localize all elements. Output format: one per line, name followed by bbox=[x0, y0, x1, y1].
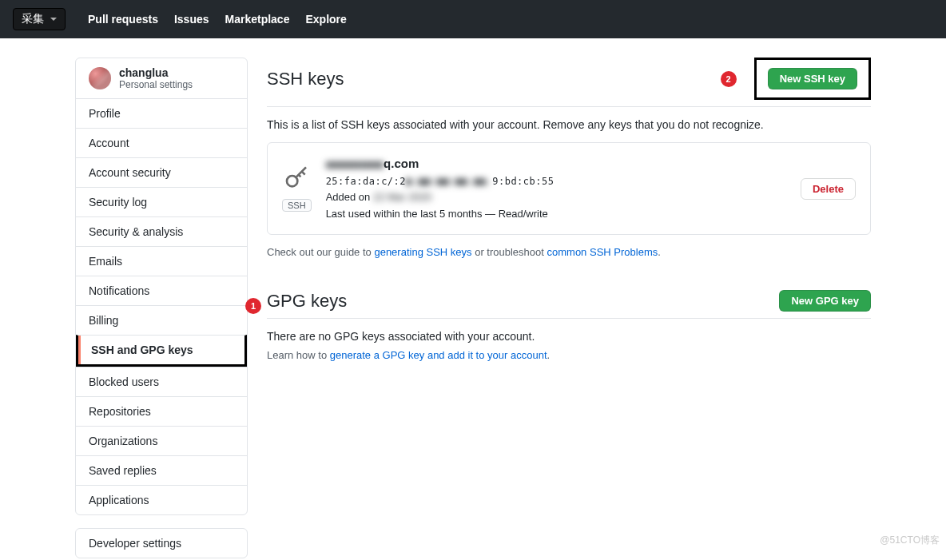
nav-marketplace[interactable]: Marketplace bbox=[225, 13, 290, 26]
sidebar-item-developer-settings[interactable]: Developer settings bbox=[76, 529, 247, 558]
gpg-keys-header: GPG keys New GPG key bbox=[267, 290, 871, 319]
ssh-guide-note: Check out our guide to generating SSH ke… bbox=[267, 246, 871, 258]
sidebar-item-profile[interactable]: Profile bbox=[76, 99, 247, 128]
settings-sidebar: changlua Personal settings Profile Accou… bbox=[75, 58, 248, 560]
watermark: @51CTO博客 bbox=[880, 534, 940, 547]
caret-down-icon bbox=[50, 18, 57, 21]
sidebar-item-ssh-gpg-keys[interactable]: SSH and GPG keys bbox=[78, 336, 244, 364]
link-generate-gpg-key[interactable]: generate a GPG key and add it to your ac… bbox=[330, 349, 547, 361]
collect-label: 采集 bbox=[22, 12, 44, 26]
key-icon bbox=[284, 166, 309, 194]
gpg-learn-note: Learn how to generate a GPG key and add … bbox=[267, 349, 871, 361]
sidebar-item-account-security[interactable]: Account security bbox=[76, 158, 247, 187]
new-gpg-key-button[interactable]: New GPG key bbox=[779, 290, 871, 312]
ssh-keys-heading: SSH keys bbox=[267, 69, 344, 89]
collect-button[interactable]: 采集 bbox=[13, 8, 66, 30]
ssh-key-lastused: Last used within the last 5 months — Rea… bbox=[326, 206, 786, 223]
sidebar-item-account[interactable]: Account bbox=[76, 129, 247, 157]
sidebar-item-security-log[interactable]: Security log bbox=[76, 188, 247, 216]
sidebar-username: changlua bbox=[119, 66, 193, 79]
gpg-keys-heading: GPG keys bbox=[267, 291, 347, 312]
primary-nav: Pull requests Issues Marketplace Explore bbox=[88, 13, 347, 26]
sidebar-item-applications[interactable]: Applications bbox=[76, 486, 247, 514]
settings-menu: changlua Personal settings Profile Accou… bbox=[75, 58, 248, 515]
nav-issues[interactable]: Issues bbox=[174, 13, 209, 26]
avatar[interactable] bbox=[89, 67, 111, 89]
sidebar-subtitle: Personal settings bbox=[119, 79, 193, 90]
svg-point-0 bbox=[287, 176, 297, 186]
new-ssh-key-highlight-box: New SSH key bbox=[754, 58, 871, 100]
ssh-key-row: SSH ■■■■■■■■q.com 25:fa:da:c/:2■.■■:■■:■… bbox=[267, 142, 871, 235]
sidebar-item-blocked-users[interactable]: Blocked users bbox=[76, 367, 247, 396]
sidebar-item-emails[interactable]: Emails bbox=[76, 247, 247, 276]
annotation-badge-1: 1 bbox=[245, 298, 261, 314]
link-common-ssh-problems[interactable]: common SSH Problems bbox=[547, 246, 658, 258]
ssh-key-details: ■■■■■■■■q.com 25:fa:da:c/:2■.■■:■■:■■.■■… bbox=[326, 154, 786, 223]
gpg-none-text: There are no GPG keys associated with yo… bbox=[267, 330, 871, 343]
developer-menu: Developer settings bbox=[75, 528, 248, 558]
sidebar-item-saved-replies[interactable]: Saved replies bbox=[76, 456, 247, 485]
ssh-type-pill: SSH bbox=[282, 199, 312, 212]
ssh-key-title: ■■■■■■■■q.com bbox=[326, 154, 786, 174]
ssh-key-icon-group: SSH bbox=[282, 166, 312, 212]
new-ssh-key-button[interactable]: New SSH key bbox=[768, 68, 857, 89]
sidebar-user-header: changlua Personal settings bbox=[76, 58, 247, 98]
sidebar-item-organizations[interactable]: Organizations bbox=[76, 427, 247, 455]
page-body: changlua Personal settings Profile Accou… bbox=[69, 58, 877, 560]
ssh-keys-description: This is a list of SSH keys associated wi… bbox=[267, 118, 871, 131]
annotation-badge-2: 2 bbox=[721, 71, 737, 87]
sidebar-item-notifications[interactable]: Notifications bbox=[76, 276, 247, 305]
ssh-keys-header: SSH keys 2 New SSH key bbox=[267, 58, 871, 107]
gpg-section: GPG keys New GPG key There are no GPG ke… bbox=[267, 290, 871, 361]
topbar: 采集 Pull requests Issues Marketplace Expl… bbox=[0, 0, 946, 38]
sidebar-item-billing[interactable]: Billing bbox=[76, 306, 247, 335]
nav-pull-requests[interactable]: Pull requests bbox=[88, 13, 158, 26]
sidebar-item-repositories[interactable]: Repositories bbox=[76, 397, 247, 426]
delete-ssh-key-button[interactable]: Delete bbox=[801, 178, 856, 200]
ssh-key-fingerprint: 25:fa:da:c/:2■.■■:■■:■■.■■.9:bd:cb:55 bbox=[326, 174, 786, 189]
main-content: SSH keys 2 New SSH key This is a list of… bbox=[267, 58, 871, 560]
sidebar-item-security-analysis[interactable]: Security & analysis bbox=[76, 217, 247, 246]
nav-explore[interactable]: Explore bbox=[305, 13, 346, 26]
link-generating-ssh-keys[interactable]: generating SSH keys bbox=[374, 246, 471, 258]
ssh-key-added: Added on 22 Mar 2020 bbox=[326, 189, 786, 206]
